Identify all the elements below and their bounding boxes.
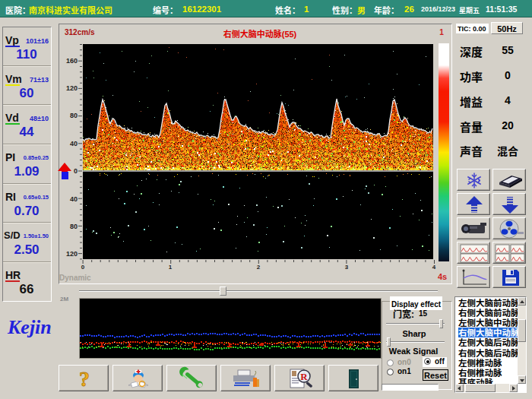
svg-text:?: ? — [79, 367, 90, 391]
svg-text:R: R — [300, 371, 308, 382]
